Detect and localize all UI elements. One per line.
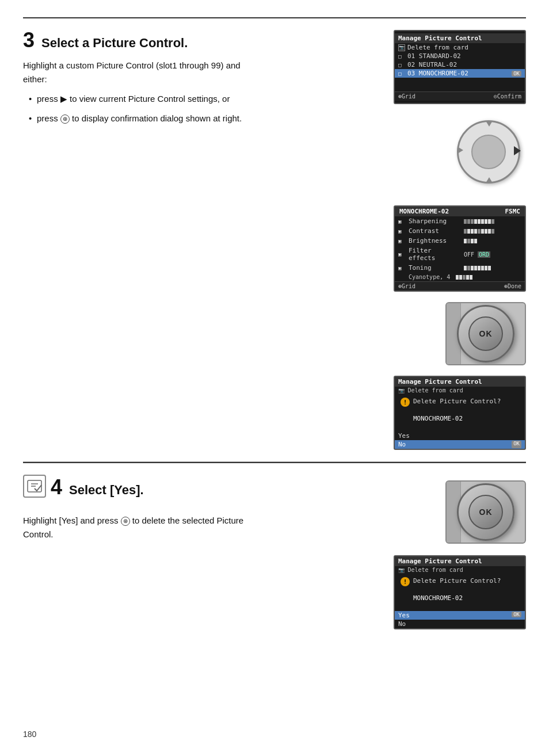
screen4-warning-text: Delete Picture Control? — [413, 577, 501, 585]
screen1-title: Manage Picture Control — [395, 33, 525, 43]
step3-section: 3 Select a Picture Control. Highlight a … — [23, 18, 526, 462]
filter-label: Filter effects — [409, 247, 460, 262]
page-number: 180 — [23, 730, 36, 739]
screen3-no-highlighted: No OK — [395, 440, 525, 449]
step4-left: 4 Select [Yes]. Highlight [Yes] and pres… — [23, 475, 265, 629]
step4-number: 4 — [51, 477, 62, 498]
step3-bullets: press ▶ to view current Picture Control … — [23, 92, 265, 125]
spacer — [401, 409, 519, 411]
screen3-no-label: No — [398, 441, 406, 448]
icon-b: ▣ — [398, 238, 405, 244]
screen1: Manage Picture Control 📷 Delete from car… — [394, 30, 526, 104]
screen2-title: MONOCHROME-02 — [399, 208, 449, 215]
screen1-spacer — [395, 78, 525, 90]
screen3: Manage Picture Control 📷 Delete from car… — [394, 376, 526, 450]
icon-t: ▣ — [398, 265, 405, 271]
camera-icon2: 📷 — [398, 388, 407, 394]
step4-right: OK Manage Picture Control 📷 Delete from … — [276, 475, 526, 629]
dial-bottom-arrow — [486, 177, 493, 183]
dial-graphic-area — [457, 120, 526, 189]
screen4: Manage Picture Control 📷 Delete from car… — [394, 555, 526, 629]
screen3-body: ! Delete Picture Control? MONOCHROME-02 — [395, 394, 525, 432]
warning-icon: ! — [401, 398, 410, 407]
ok-button-inner: OK — [468, 316, 503, 351]
screen1-row2: □ 02 NEUTRAL-02 — [395, 60, 525, 69]
step3-number: 3 — [23, 30, 35, 51]
screen2: MONOCHROME-02 FSMC ▣ Sharpening — [394, 205, 526, 292]
screen4-sub-text: Delete from card — [407, 567, 463, 573]
dial-left-arrow — [458, 147, 463, 154]
step3-heading: Select a Picture Control. — [41, 36, 188, 51]
step4-body-text1: Highlight [Yes] and press — [23, 516, 121, 525]
step4-body: Highlight [Yes] and press ⊛ to delete th… — [23, 514, 265, 541]
screen3-ok: OK — [512, 441, 521, 448]
brightness-bar — [464, 239, 477, 243]
screen3-sub: 📷 Delete from card — [395, 387, 525, 394]
screen1-title-text: Manage Picture Control — [398, 35, 482, 42]
screen3-warning-text: Delete Picture Control? — [413, 398, 501, 405]
step4-icon — [23, 475, 46, 498]
screen1-ok-badge: OK — [512, 71, 521, 77]
contrast-label: Contrast — [409, 227, 460, 235]
sharpening-bar — [464, 219, 494, 224]
toning-bar — [464, 266, 491, 270]
step4-icon-svg — [26, 478, 43, 494]
screen4-ok-badge: OK — [512, 612, 521, 617]
screen1-sub-text: Delete from card — [407, 44, 468, 51]
step3-title: 3 Select a Picture Control. — [23, 30, 265, 51]
screen3-title: Manage Picture Control — [395, 377, 525, 387]
spacer3 — [401, 589, 519, 591]
screen3-name: MONOCHROME-02 — [401, 414, 519, 423]
screen1-footer-left: ⊛Grid — [398, 93, 415, 100]
step4-section: 4 Select [Yes]. Highlight [Yes] and pres… — [23, 463, 526, 641]
screen4-yes-label: Yes — [398, 612, 410, 619]
dial-outer-ring — [457, 120, 520, 184]
screen3-yes-label: Yes — [398, 432, 410, 440]
cyanotype-bar — [456, 275, 472, 280]
screen2-footer-right: ⊛Done — [504, 283, 521, 289]
step4-ok-graphic-area: OK — [445, 480, 526, 544]
step4-ok-circle: ⊛ — [121, 517, 130, 526]
screen4-sub: 📷 Delete from card — [395, 566, 525, 574]
screen2-title-bar: MONOCHROME-02 FSMC — [395, 207, 525, 216]
slot-icon-3: □ — [398, 71, 405, 77]
step3-body: Highlight a custom Picture Control (slot… — [23, 59, 265, 125]
icon-c: ▣ — [398, 228, 405, 234]
screen4-body: ! Delete Picture Control? MONOCHROME-02 — [395, 574, 525, 611]
step3-screens: Manage Picture Control 📷 Delete from car… — [394, 30, 526, 450]
screen2-footer-left: ⊛Grid — [398, 283, 415, 289]
screen2-sharpening: ▣ Sharpening — [395, 216, 525, 226]
dial-inner-circle — [471, 135, 506, 169]
screen2-brightness: ▣ Brightness — [395, 236, 525, 246]
dial-container — [457, 120, 526, 189]
screen1-footer-right: ⊙Confirm — [494, 93, 521, 100]
screen1-row3-highlighted: □ 03 MONOCHROME-02 OK — [395, 69, 525, 78]
icon-f: ▣ — [398, 251, 405, 257]
screen4-warning: ! Delete Picture Control? — [401, 577, 519, 586]
ok-button-graphic-area: OK — [445, 302, 526, 365]
screen2-footer: ⊛Grid ⊛Done — [395, 281, 525, 291]
toning-label: Toning — [409, 264, 460, 272]
screen3-yes: Yes — [395, 432, 525, 440]
screen2-contrast: ▣ Contrast — [395, 226, 525, 236]
screen3-sub-text: Delete from card — [407, 387, 463, 394]
cyanotype-label: Cyanotype, 4 — [409, 274, 450, 280]
dial-right-arrow — [514, 146, 521, 155]
screen4-no: No — [395, 620, 525, 628]
screen4-no-label: No — [398, 620, 406, 628]
screen4-yes-highlighted: Yes OK — [395, 611, 525, 620]
screen4-title: Manage Picture Control — [395, 556, 525, 566]
step4-heading: Select [Yes]. — [69, 483, 144, 498]
ok-button-graphic: OK — [457, 305, 514, 362]
screen3-warning: ! Delete Picture Control? — [401, 398, 519, 407]
step3-bullet1: press ▶ to view current Picture Control … — [29, 92, 265, 106]
camera-partial-body: OK — [445, 302, 526, 365]
filter-ord: ORD — [478, 251, 490, 258]
screen1-row1: □ 01 STANDARD-02 — [395, 52, 525, 60]
screen2-title-right: FSMC — [505, 208, 521, 215]
step4-title-row: 4 Select [Yes]. — [23, 475, 265, 506]
spacer2 — [401, 426, 519, 428]
sharpening-label: Sharpening — [409, 217, 460, 225]
filter-value: OFF — [464, 251, 474, 258]
screen1-row1-label: 01 STANDARD-02 — [407, 52, 461, 60]
